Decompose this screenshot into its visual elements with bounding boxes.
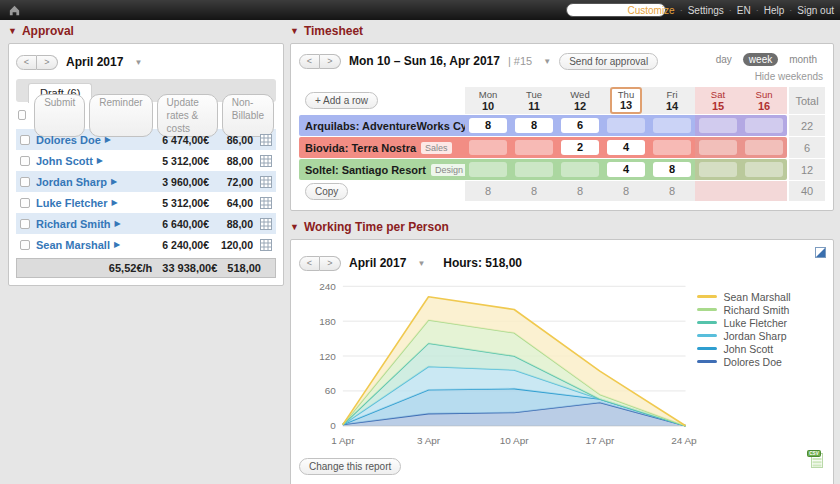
- chevron-down-icon[interactable]: ▼: [134, 58, 142, 67]
- day-header-tue[interactable]: Tue11: [511, 87, 557, 114]
- hours-cell[interactable]: [469, 140, 507, 155]
- hours-cell[interactable]: [653, 140, 691, 155]
- prev-period-button[interactable]: <: [16, 55, 37, 70]
- hours-cell[interactable]: 8: [515, 118, 553, 133]
- timesheet-grid-icon[interactable]: [260, 155, 272, 167]
- view-week[interactable]: week: [743, 53, 778, 66]
- day-total: 8: [603, 181, 649, 201]
- timesheet-grid-icon[interactable]: [260, 134, 272, 146]
- hours-cell[interactable]: [607, 118, 645, 133]
- select-all-checkbox[interactable]: [18, 110, 26, 120]
- timesheet-grid-icon[interactable]: [260, 176, 272, 188]
- hours-cell[interactable]: [699, 140, 737, 155]
- add-row-button[interactable]: + Add a row: [305, 92, 378, 109]
- hours-cell[interactable]: [469, 162, 507, 177]
- hours-cell[interactable]: 8: [469, 118, 507, 133]
- row-total: 12: [789, 159, 825, 180]
- day-header-wed[interactable]: Wed12: [557, 87, 603, 114]
- topbar-link-sign-out[interactable]: Sign out: [797, 5, 834, 16]
- view-month[interactable]: month: [783, 53, 823, 66]
- next-period-button[interactable]: >: [37, 55, 58, 70]
- chart-period-label[interactable]: April 2017: [349, 256, 406, 270]
- project-name[interactable]: Arquilabs: AdventureWorks Cycles: [305, 120, 488, 132]
- hours-cell[interactable]: [745, 140, 783, 155]
- hours-cell[interactable]: [699, 162, 737, 177]
- button-submit[interactable]: Submit: [34, 94, 85, 137]
- view-day[interactable]: day: [710, 53, 738, 66]
- expand-icon[interactable]: [815, 247, 826, 258]
- row-checkbox[interactable]: [20, 156, 30, 166]
- send-for-approval-button[interactable]: Send for approval: [559, 53, 658, 70]
- button-reminder[interactable]: Reminder: [89, 94, 152, 137]
- hours-cell[interactable]: [515, 140, 553, 155]
- svg-text:17 Apr: 17 Apr: [585, 435, 614, 446]
- working-time-panel-title[interactable]: ▼ Working Time per Person: [290, 220, 834, 234]
- expand-arrow-icon[interactable]: ▶: [115, 219, 121, 228]
- timesheet-period-label[interactable]: Mon 10 – Sun 16, Apr 2017: [349, 54, 500, 68]
- topbar-link-help[interactable]: Help: [764, 5, 785, 16]
- chevron-down-icon[interactable]: ▼: [417, 259, 425, 268]
- person-name-link[interactable]: Sean Marshall: [36, 239, 110, 251]
- expand-arrow-icon[interactable]: ▶: [111, 177, 117, 186]
- person-name-link[interactable]: Luke Fletcher: [36, 197, 108, 209]
- day-header-sat[interactable]: Sat15: [695, 87, 741, 114]
- hours-cell[interactable]: [561, 162, 599, 177]
- copy-button[interactable]: Copy: [305, 183, 348, 200]
- timesheet-panel-title[interactable]: ▼ Timesheet: [290, 24, 834, 38]
- hours-cell[interactable]: [699, 118, 737, 133]
- prev-week-button[interactable]: <: [299, 54, 320, 69]
- day-header-sun[interactable]: Sun16: [741, 87, 787, 114]
- project-name[interactable]: Soltel: Santiago Resort: [305, 164, 426, 176]
- chart-zone: 0601201802401 Apr3 Apr10 Apr17 Apr24 Apr…: [299, 276, 825, 454]
- row-checkbox[interactable]: [20, 177, 30, 187]
- hours-cell[interactable]: 6: [561, 118, 599, 133]
- topbar-link-customize[interactable]: Customize: [627, 5, 674, 16]
- expand-arrow-icon[interactable]: ▶: [97, 156, 103, 165]
- row-amount: 6 640,00€: [143, 218, 209, 230]
- day-header-fri[interactable]: Fri14: [649, 87, 695, 114]
- hours-cell[interactable]: 2: [561, 140, 599, 155]
- hours-cell[interactable]: [745, 118, 783, 133]
- hours-cell[interactable]: [515, 162, 553, 177]
- selected-day-box[interactable]: Thu13: [610, 87, 642, 114]
- legend-item: Jordan Sharp: [697, 329, 825, 342]
- day-header-mon[interactable]: Mon10: [465, 87, 511, 114]
- prev-month-button[interactable]: <: [299, 256, 320, 271]
- row-checkbox[interactable]: [20, 240, 30, 250]
- approval-period-label[interactable]: April 2017: [66, 55, 123, 69]
- timesheet-grid-icon[interactable]: [260, 197, 272, 209]
- week-number-label[interactable]: | #15: [508, 55, 532, 67]
- button-update-rates-costs[interactable]: Update rates & costs: [157, 94, 218, 137]
- row-checkbox[interactable]: [20, 198, 30, 208]
- timesheet-grid-icon[interactable]: [260, 218, 272, 230]
- timesheet-grid-icon[interactable]: [260, 239, 272, 251]
- project-name[interactable]: Biovida: Terra Nostra: [305, 142, 416, 154]
- row-checkbox[interactable]: [20, 135, 30, 145]
- topbar-link-en[interactable]: EN: [737, 5, 751, 16]
- expand-arrow-icon[interactable]: ▶: [114, 240, 120, 249]
- hide-weekends-link[interactable]: Hide weekends: [755, 71, 823, 82]
- change-report-button[interactable]: Change this report: [299, 458, 401, 475]
- button-non-billable[interactable]: Non-Billable: [222, 94, 274, 137]
- csv-export-icon[interactable]: CSV: [807, 450, 825, 470]
- hours-cell[interactable]: 4: [607, 140, 645, 155]
- home-icon[interactable]: [8, 4, 21, 17]
- person-name-link[interactable]: Jordan Sharp: [36, 176, 107, 188]
- person-name-link[interactable]: Richard Smith: [36, 218, 111, 230]
- day-header-thu[interactable]: Thu13: [603, 87, 649, 114]
- day-name: Sat: [711, 89, 725, 100]
- approval-panel-title[interactable]: ▼ Approval: [8, 24, 284, 38]
- hours-cell[interactable]: 8: [653, 162, 691, 177]
- topbar-link-settings[interactable]: Settings: [688, 5, 724, 16]
- expand-arrow-icon[interactable]: ▶: [112, 198, 118, 207]
- person-name-link[interactable]: Dolores Doe: [36, 134, 101, 146]
- hours-cell[interactable]: 4: [607, 162, 645, 177]
- next-week-button[interactable]: >: [320, 54, 341, 69]
- row-checkbox[interactable]: [20, 219, 30, 229]
- hours-cell[interactable]: [745, 162, 783, 177]
- chevron-down-icon[interactable]: ▼: [543, 57, 551, 66]
- expand-arrow-icon[interactable]: ▶: [105, 135, 111, 144]
- hours-cell[interactable]: [653, 118, 691, 133]
- person-name-link[interactable]: John Scott: [36, 155, 93, 167]
- next-month-button[interactable]: >: [320, 256, 341, 271]
